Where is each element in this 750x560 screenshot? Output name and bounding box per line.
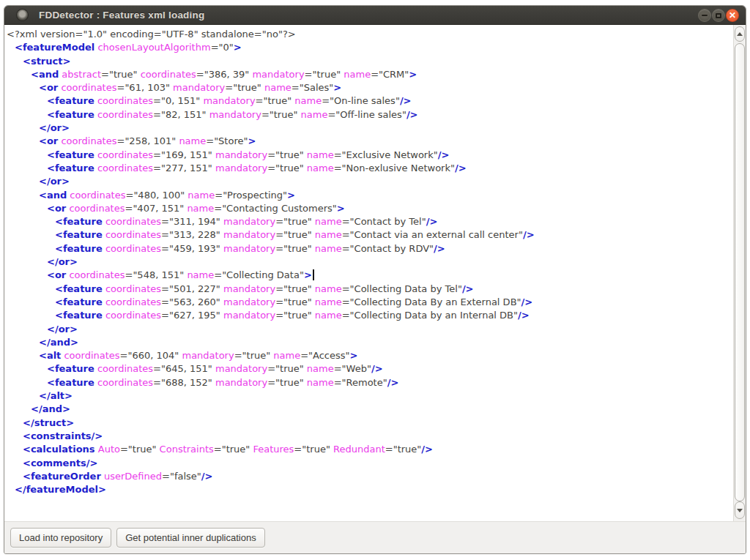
code-line: <comments/> — [4, 457, 733, 470]
code-line: <feature coordinates="501, 227" mandator… — [4, 283, 733, 296]
code-line: </and> — [4, 403, 733, 416]
minimize-button[interactable] — [698, 9, 711, 22]
footer-toolbar: Load into repository Get potential inner… — [4, 521, 746, 553]
code-line: </or> — [4, 323, 733, 336]
code-line: </or> — [4, 255, 733, 269]
code-line: <feature coordinates="688, 152" mandator… — [4, 376, 733, 389]
code-line: <featureModel chosenLayoutAlgorithm="0"> — [4, 41, 733, 54]
code-line: <feature coordinates="645, 151" mandator… — [4, 362, 733, 376]
code-line: </alt> — [4, 389, 733, 403]
title-bar[interactable]: FDDetector : Features xml loading ✕ — [4, 6, 746, 25]
code-line: <feature coordinates="82, 151" mandatory… — [4, 108, 733, 122]
window-title: FDDetector : Features xml loading — [39, 10, 204, 20]
code-line: <feature coordinates="169, 151" mandator… — [4, 149, 733, 162]
xml-editor[interactable]: <?xml version="1.0" encoding="UTF-8" sta… — [4, 25, 733, 521]
scroll-down-arrow-icon — [737, 509, 743, 512]
close-icon: ✕ — [729, 11, 736, 20]
code-line: <featureOrder userDefined="false"/> — [4, 470, 733, 483]
code-line: <feature coordinates="277, 151" mandator… — [4, 162, 733, 175]
code-line: </and> — [4, 336, 733, 349]
code-line: <feature coordinates="311, 194" mandator… — [4, 215, 733, 228]
window-content: <?xml version="1.0" encoding="UTF-8" sta… — [4, 25, 746, 521]
scroll-down-button[interactable] — [735, 501, 745, 519]
code-line: <feature coordinates="627, 195" mandator… — [4, 309, 733, 322]
code-line: </featureModel> — [4, 483, 733, 496]
minimize-icon — [702, 15, 708, 16]
window-menu-icon[interactable] — [17, 10, 28, 20]
code-line: <feature coordinates="313, 228" mandator… — [4, 228, 733, 242]
window-controls: ✕ — [698, 9, 739, 22]
maximize-icon — [716, 13, 721, 18]
code-line: <or coordinates="407, 151" name="Contact… — [4, 202, 733, 215]
app-window: FDDetector : Features xml loading ✕ <?xm… — [4, 5, 746, 554]
code-line: </or> — [4, 175, 733, 188]
get-potential-inner-duplications-button[interactable]: Get potential inner duplications — [116, 528, 265, 548]
scrollbar-thumb[interactable] — [735, 43, 745, 501]
close-button[interactable]: ✕ — [726, 9, 739, 22]
code-line: <feature coordinates="563, 260" mandator… — [4, 296, 733, 309]
scroll-up-button[interactable] — [735, 26, 745, 42]
code-line: <or coordinates="61, 103" mandatory="tru… — [4, 81, 733, 94]
load-into-repository-button[interactable]: Load into repository — [10, 528, 111, 548]
code-line: <feature coordinates="459, 193" mandator… — [4, 242, 733, 255]
text-caret — [313, 269, 314, 280]
code-line: <feature coordinates="0, 151" mandatory=… — [4, 94, 733, 108]
code-line: <or coordinates="258, 101" name="Store"> — [4, 135, 733, 148]
code-line: <constraints/> — [4, 430, 733, 443]
code-line: <and abstract="true" coordinates="386, 3… — [4, 68, 733, 81]
scroll-up-arrow-icon — [737, 32, 743, 36]
code-line: </struct> — [4, 417, 733, 430]
code-line: <alt coordinates="660, 104" mandatory="t… — [4, 349, 733, 362]
code-line: <or coordinates="548, 151" name="Collect… — [4, 269, 733, 282]
code-line: <struct> — [4, 55, 733, 68]
code-line: <and coordinates="480, 100" name="Prospe… — [4, 189, 733, 202]
code-line: <?xml version="1.0" encoding="UTF-8" sta… — [4, 28, 733, 41]
vertical-scrollbar[interactable] — [733, 25, 746, 521]
maximize-button[interactable] — [712, 9, 725, 22]
code-line: </or> — [4, 122, 733, 135]
code-line: <calculations Auto="true" Constraints="t… — [4, 443, 733, 456]
